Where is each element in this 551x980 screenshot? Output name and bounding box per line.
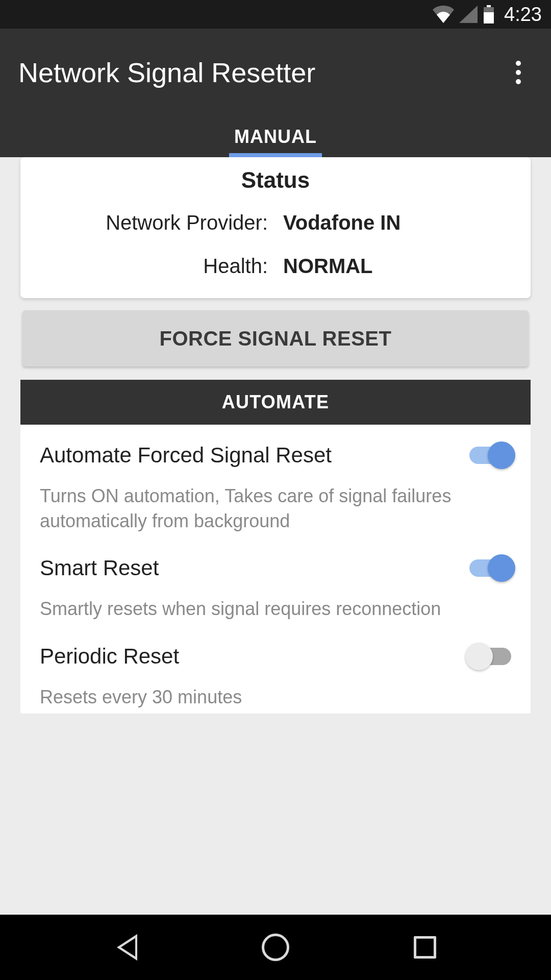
back-icon (116, 934, 136, 961)
android-status-bar: 4:23 (0, 0, 551, 29)
nav-back-button[interactable] (106, 927, 146, 968)
wifi-icon (433, 6, 454, 23)
status-bar-clock: 4:23 (504, 4, 542, 26)
page-title: Network Signal Resetter (18, 57, 315, 88)
setting-title: Periodic Reset (40, 644, 179, 669)
setting-description: Resets every 30 minutes (40, 685, 511, 710)
nav-recent-button[interactable] (405, 927, 445, 968)
toggle-automate-forced-reset[interactable] (469, 447, 511, 464)
automate-section: AUTOMATE Automate Forced Signal Reset Tu… (20, 380, 531, 714)
cellular-signal-icon (459, 6, 478, 23)
recent-apps-icon (414, 936, 436, 959)
tab-indicator (229, 153, 322, 157)
status-card-title: Status (36, 167, 515, 193)
status-card: Status Network Provider: Vodafone IN Hea… (20, 157, 531, 298)
setting-periodic-reset[interactable]: Periodic Reset Resets every 30 minutes (20, 626, 531, 714)
setting-title: Automate Forced Signal Reset (40, 443, 332, 468)
network-provider-label: Network Provider: (36, 211, 268, 234)
android-nav-bar (0, 915, 551, 980)
home-icon (262, 934, 289, 961)
more-vert-icon (516, 61, 521, 66)
content-area: Status Network Provider: Vodafone IN Hea… (0, 157, 551, 915)
force-signal-reset-button[interactable]: FORCE SIGNAL RESET (22, 310, 529, 366)
setting-description: Turns ON automation, Takes care of signa… (40, 484, 511, 533)
battery-icon (483, 5, 495, 23)
toggle-periodic-reset[interactable] (469, 648, 511, 665)
tab-bar: MANUAL (0, 116, 551, 157)
app-bar: Network Signal Resetter (0, 29, 551, 116)
health-value: NORMAL (283, 255, 515, 278)
nav-home-button[interactable] (255, 927, 296, 968)
setting-title: Smart Reset (40, 556, 159, 580)
automate-header: AUTOMATE (20, 380, 531, 425)
svg-rect-0 (487, 5, 491, 7)
setting-automate-forced-reset[interactable]: Automate Forced Signal Reset Turns ON au… (20, 425, 531, 537)
network-provider-value: Vodafone IN (283, 211, 515, 234)
overflow-menu-button[interactable] (504, 58, 533, 87)
setting-smart-reset[interactable]: Smart Reset Smartly resets when signal r… (20, 537, 531, 626)
toggle-smart-reset[interactable] (469, 559, 511, 577)
setting-description: Smartly resets when signal requires reco… (40, 597, 511, 622)
svg-rect-2 (484, 12, 494, 23)
health-label: Health: (36, 255, 268, 278)
tab-manual[interactable]: MANUAL (234, 126, 317, 148)
